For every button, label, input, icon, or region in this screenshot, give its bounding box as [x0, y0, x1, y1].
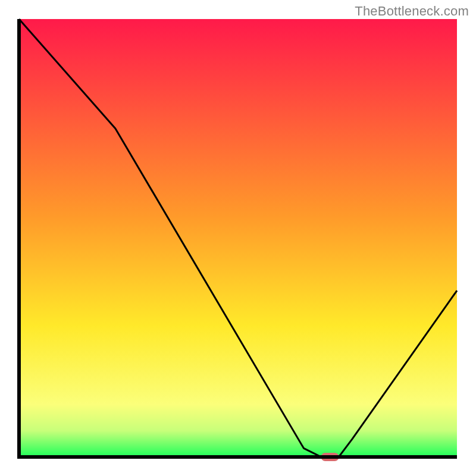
chart-container: TheBottleneck.com: [0, 0, 476, 476]
bottleneck-chart: [0, 0, 476, 476]
chart-background: [19, 19, 457, 457]
